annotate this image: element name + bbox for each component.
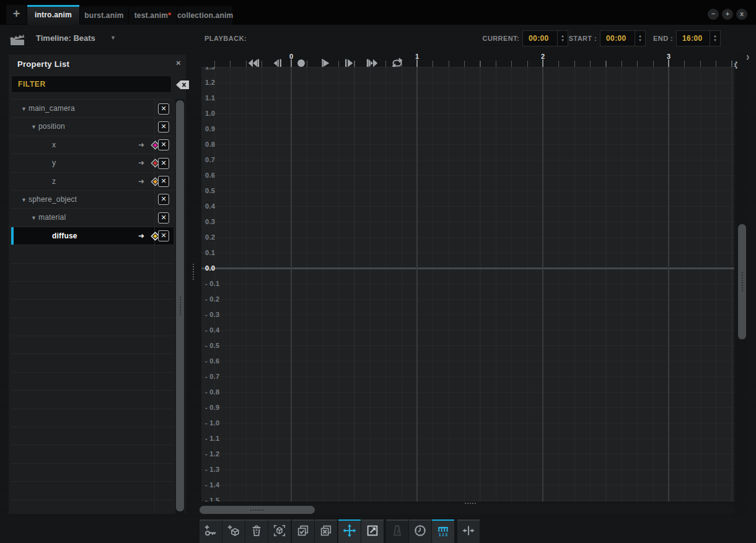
key-plus-icon (200, 524, 222, 537)
svg-text:1 2 3: 1 2 3 (439, 532, 448, 537)
cube-select-icon (268, 524, 291, 537)
property-label: x (52, 141, 56, 149)
remove-property-button[interactable]: ✕ (158, 121, 169, 132)
move-tool-button[interactable] (338, 519, 361, 543)
tab-test-anim[interactable]: test.anim* (129, 6, 177, 25)
scrollbar-thumb[interactable] (200, 506, 315, 514)
select-all-layers-button[interactable] (292, 519, 314, 543)
value-axis-label: 0.1 (205, 248, 230, 257)
curve-editor-vertical-scrollbar[interactable] (737, 54, 747, 518)
column-divider (154, 118, 155, 135)
remove-property-button[interactable]: ✕ (158, 212, 169, 224)
clock-button[interactable] (409, 519, 431, 543)
property-row-z[interactable]: z➜✕ (11, 173, 174, 191)
value-axis-label: - 0.1 (205, 279, 230, 288)
pan-icon (457, 524, 480, 537)
value-axis-label: - 0.4 (205, 326, 230, 334)
tab-intro-anim[interactable]: intro.anim (27, 5, 79, 25)
property-row-diffuse[interactable]: diffuse➜✕ (11, 227, 174, 245)
tab-burst-anim[interactable]: burst.anim (80, 6, 128, 25)
column-divider (154, 300, 155, 317)
empty-property-row (11, 464, 174, 482)
column-divider (154, 445, 155, 463)
column-divider (154, 354, 155, 371)
value-axis-label: 1.3 (205, 67, 230, 71)
filter-input[interactable] (12, 76, 171, 92)
filter-clear-icon[interactable] (175, 79, 190, 93)
ruler-numbers-button[interactable]: 1 2 3 (432, 519, 454, 543)
close-button[interactable]: x (736, 9, 747, 20)
empty-property-row (11, 282, 174, 300)
scale-icon (361, 524, 384, 537)
panel-close-icon[interactable]: × (176, 58, 181, 67)
spinner-up-icon[interactable]: ▲ (713, 34, 717, 38)
value-axis-label: - 1.3 (205, 465, 230, 474)
keyframe-nav-arrow-icon[interactable]: ➜ (138, 159, 144, 167)
spinner-down-icon[interactable]: ▼ (638, 38, 642, 43)
add-object-button[interactable] (222, 519, 245, 543)
property-tree: ▼main_camera✕▼position✕x➜✕y➜✕z➜✕▼sphere_… (11, 99, 174, 513)
maximize-button[interactable]: + (722, 9, 733, 20)
filter-box (11, 76, 172, 93)
main-toolbar: Timeline: Beats ▼ PLAYBACK: CURRENT:00:0… (0, 25, 756, 53)
keyframe-nav-arrow-icon[interactable]: ➜ (138, 177, 144, 186)
scrollbar-thumb[interactable] (738, 224, 746, 339)
remove-property-button[interactable]: ✕ (158, 158, 169, 169)
scale-tool-button[interactable] (361, 519, 384, 543)
property-row-x[interactable]: x➜✕ (11, 136, 174, 154)
property-row-main_camera[interactable]: ▼main_camera✕ (11, 100, 174, 118)
property-row-sphere_object[interactable]: ▼sphere_object✕ (11, 191, 174, 209)
expand-collapse-icon[interactable]: ▼ (31, 215, 37, 221)
property-row-position[interactable]: ▼position✕ (11, 118, 174, 136)
start-time-field[interactable]: 00:00▲▼ (600, 30, 646, 46)
tab-collection-anim[interactable]: collection.anim (177, 6, 232, 25)
end-time-field[interactable]: 16:00▲▼ (676, 30, 721, 46)
remove-property-button[interactable]: ✕ (158, 103, 169, 115)
remove-property-button[interactable]: ✕ (158, 194, 169, 205)
deselect-all-layers-button[interactable] (315, 519, 337, 543)
timeline-mode-dropdown[interactable]: Timeline: Beats (36, 33, 95, 43)
start-time-spinner[interactable]: ▲▼ (635, 31, 645, 46)
vertical-splitter-handle[interactable] (191, 264, 195, 280)
curve-editor-horizontal-scrollbar[interactable] (197, 505, 736, 515)
property-row-material[interactable]: ▼material✕ (11, 209, 174, 227)
value-axis-label: 0.0 (205, 264, 230, 272)
add-tab-button[interactable]: + (6, 5, 27, 24)
timeline-ruler[interactable]: 0123 (201, 53, 734, 67)
keyframe-nav-arrow-icon[interactable]: ➜ (138, 232, 144, 240)
spinner-down-icon[interactable]: ▼ (713, 38, 717, 43)
property-row-y[interactable]: y➜✕ (11, 154, 174, 172)
remove-property-button[interactable]: ✕ (158, 176, 169, 187)
add-keyframe-button[interactable] (200, 519, 222, 543)
spinner-up-icon[interactable]: ▲ (638, 34, 642, 38)
property-list-scrollbar[interactable] (175, 99, 185, 514)
expand-collapse-icon[interactable]: ▼ (21, 197, 27, 203)
beat-tick (291, 59, 292, 67)
minimize-button[interactable]: − (708, 9, 719, 20)
property-label: position (38, 122, 65, 131)
value-axis-label: 0.9 (205, 124, 230, 133)
select-object-button[interactable] (268, 519, 291, 543)
remove-property-button[interactable]: ✕ (158, 230, 169, 241)
expand-collapse-icon[interactable]: ▼ (31, 124, 37, 130)
beat-tick (542, 59, 543, 67)
value-axis-label: - 0.6 (205, 357, 230, 365)
column-divider (154, 191, 155, 208)
delete-button[interactable] (245, 519, 268, 543)
empty-property-row (11, 373, 174, 391)
keyframe-nav-arrow-icon[interactable]: ➜ (138, 141, 144, 149)
column-divider (154, 336, 155, 354)
remove-property-button[interactable]: ✕ (158, 139, 169, 150)
empty-property-row (11, 427, 174, 445)
pan-tool-button[interactable] (457, 519, 480, 543)
tab-label: collection.anim (177, 11, 233, 20)
curve-editor-canvas[interactable]: 1.31.21.11.00.90.80.70.60.50.40.30.20.10… (201, 67, 734, 502)
end-time-spinner[interactable]: ▲▼ (710, 31, 720, 46)
value-axis-label: 1.2 (205, 78, 230, 87)
property-label: z (52, 177, 56, 186)
value-axis-label: - 0.8 (205, 388, 230, 396)
value-axis-label: - 0.7 (205, 372, 230, 381)
scrollbar-thumb[interactable] (176, 100, 184, 511)
clapperboard-icon[interactable] (9, 31, 26, 50)
expand-collapse-icon[interactable]: ▼ (21, 106, 27, 112)
